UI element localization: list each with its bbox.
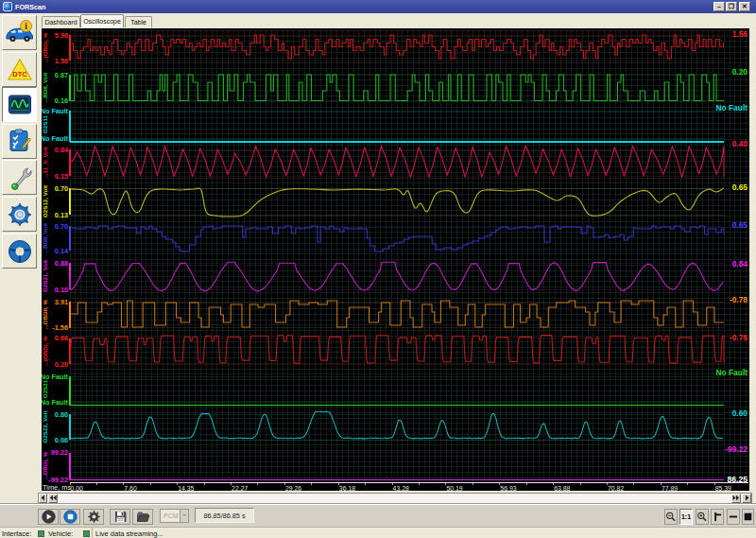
svg-text:0.16: 0.16 [55, 96, 68, 105]
svg-text:No Fault: No Fault [42, 107, 69, 115]
svg-text:0.14: 0.14 [55, 247, 69, 255]
svg-text:DTC: DTC [12, 69, 27, 78]
svg-text:0.70: 0.70 [55, 222, 68, 231]
svg-text:-0.78: -0.78 [730, 295, 747, 304]
svg-text:0.65: 0.65 [732, 182, 748, 192]
svg-text:99.22: 99.22 [51, 448, 68, 457]
svg-text:5.96: 5.96 [55, 31, 68, 40]
svg-text:0.40: 0.40 [732, 139, 748, 148]
svg-text:0.00: 0.00 [71, 485, 84, 492]
svg-text:14.35: 14.35 [178, 485, 194, 492]
svg-text:O2S21, Volt: O2S21, Volt [42, 260, 48, 292]
svg-text:No Fault: No Fault [716, 103, 748, 113]
svg-text:i: i [25, 21, 27, 31]
svg-text:29.26: 29.26 [285, 485, 301, 492]
svg-text:?: ? [17, 246, 23, 256]
svg-text:0.60: 0.60 [732, 408, 748, 418]
svg-text:0.84: 0.84 [732, 259, 748, 269]
svg-text:0.87: 0.87 [55, 71, 68, 79]
svg-text:No Fault: No Fault [716, 368, 748, 377]
svg-text:77.89: 77.89 [662, 485, 678, 492]
svg-text:No Fault: No Fault [42, 373, 69, 381]
svg-text:0.65: 0.65 [732, 220, 748, 230]
svg-text:36.18: 36.18 [339, 485, 355, 492]
svg-text:...BDII, Volt: ...BDII, Volt [42, 73, 48, 103]
svg-text:-99.22: -99.22 [725, 444, 747, 454]
svg-text:1.56: 1.56 [732, 29, 748, 39]
svg-text:63.88: 63.88 [554, 485, 570, 492]
svg-text:...OBD), %: ...OBD), % [42, 451, 48, 479]
svg-text:...(OBD), %: ...(OBD), % [42, 336, 48, 366]
svg-text:0.06: 0.06 [55, 436, 68, 444]
svg-text:0.66: 0.66 [55, 334, 68, 342]
svg-text:56.93: 56.93 [500, 485, 516, 492]
svg-text:...11_V, Volt: ...11_V, Volt [42, 147, 48, 178]
svg-text:3.91: 3.91 [55, 298, 68, 306]
svg-text:0.10: 0.10 [55, 286, 68, 294]
svg-text:0.20: 0.20 [55, 360, 68, 369]
svg-text:-0.76: -0.76 [730, 333, 747, 342]
svg-text:0.13: 0.13 [55, 211, 68, 219]
svg-text:...OBDII, %: ...OBDII, % [42, 300, 48, 330]
svg-text:Time, ms: Time, ms [43, 483, 71, 492]
svg-text:O2S12, Volt: O2S12, Volt [42, 185, 48, 217]
svg-text:70.82: 70.82 [608, 485, 624, 492]
svg-text:0.84: 0.84 [55, 146, 69, 154]
svg-text:1.56: 1.56 [55, 57, 68, 65]
svg-text:0.80: 0.80 [55, 410, 68, 419]
svg-text:0.15: 0.15 [55, 172, 68, 181]
svg-text:22.27: 22.27 [232, 485, 248, 492]
svg-text:No Fault: No Fault [42, 134, 69, 143]
svg-text:-1.56: -1.56 [52, 323, 68, 332]
svg-text:43.28: 43.28 [393, 485, 409, 492]
svg-text:...BDII, Volt: ...BDII, Volt [42, 223, 48, 253]
svg-text:85.39: 85.39 [715, 485, 731, 492]
svg-text:0.88: 0.88 [55, 259, 68, 268]
svg-text:O2S11: O2S11 [42, 114, 48, 132]
svg-text:...(OBD), %: ...(OBD), % [42, 32, 48, 62]
svg-text:0.20: 0.20 [732, 67, 748, 77]
svg-text:O2S21: O2S21 [42, 379, 48, 398]
svg-text:86.25: 86.25 [727, 475, 747, 484]
svg-text:50.19: 50.19 [446, 485, 462, 492]
svg-text:0.70: 0.70 [55, 184, 68, 193]
svg-text:7.60: 7.60 [124, 485, 137, 492]
svg-text:O2S22, Volt: O2S22, Volt [42, 411, 48, 443]
